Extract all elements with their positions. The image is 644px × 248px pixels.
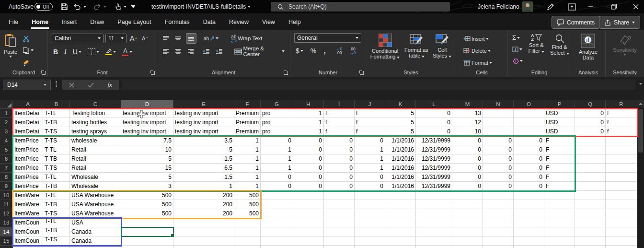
cell-I8[interactable]: 0 (324, 173, 355, 182)
cell-C4[interactable]: wholesale (70, 136, 121, 145)
cell-H7[interactable]: 0 (293, 164, 324, 173)
cell-D14[interactable] (121, 227, 173, 236)
cell-E2[interactable]: testing inv import (173, 118, 234, 127)
wrap-text-button[interactable]: ab Wrap Text (230, 33, 264, 44)
cell-E15[interactable] (173, 236, 234, 246)
cell-F16[interactable] (234, 246, 261, 248)
cell-O8[interactable]: 0 (514, 173, 544, 182)
cell-A3[interactable]: ItemDetai (13, 127, 43, 136)
cell-P9[interactable]: F (544, 182, 575, 191)
cell-B14[interactable]: T-TB (43, 227, 70, 236)
cell-E8[interactable]: 1.5 (173, 173, 234, 182)
cell-G11[interactable] (261, 200, 293, 209)
number-dialog-launcher[interactable] (359, 71, 364, 75)
cell-B2[interactable]: T-TB (43, 118, 70, 127)
cell-P6[interactable]: F (544, 154, 575, 164)
cell-B1[interactable]: T-TL (43, 109, 70, 118)
cell-D9[interactable]: 3 (121, 182, 173, 191)
cell-Q13[interactable] (575, 218, 606, 227)
cell-O6[interactable]: 0 (514, 154, 544, 164)
row-header-3[interactable]: 3 (0, 127, 13, 136)
cell-I5[interactable]: 0 (324, 145, 355, 154)
cell-C2[interactable]: testing bottles (70, 118, 121, 127)
cell-Q4[interactable] (575, 136, 606, 145)
cell-L9[interactable]: 12/31/9999 (416, 182, 452, 191)
percent-style-button[interactable]: % (309, 46, 318, 56)
cell-K4[interactable]: 1/1/2016 (385, 136, 416, 145)
cell-O9[interactable]: 0 (514, 182, 544, 191)
document-title[interactable]: testinvimport-INVDETAILS-fullDetails (151, 0, 251, 13)
cell-F1[interactable]: Premium (234, 109, 261, 118)
cell-R4[interactable] (606, 136, 637, 145)
cell-F5[interactable]: 1 (234, 145, 261, 154)
cell-K5[interactable]: 1/1/2016 (385, 145, 416, 154)
cell-B10[interactable]: T-TL (43, 191, 70, 200)
cell-N2[interactable] (483, 118, 514, 127)
cell-M16[interactable] (452, 246, 483, 248)
row-header-8[interactable]: 8 (0, 173, 13, 182)
column-header-E[interactable]: E (173, 100, 234, 109)
align-top-button[interactable] (161, 33, 171, 44)
cell-D16[interactable] (121, 246, 173, 248)
row-header-9[interactable]: 9 (0, 182, 13, 191)
column-header-O[interactable]: O (514, 100, 544, 109)
format-cells-button[interactable]: Format (462, 58, 507, 68)
cell-E7[interactable]: 6.5 (173, 164, 234, 173)
cell-Q10[interactable] (575, 191, 606, 200)
cell-R6[interactable] (606, 154, 637, 164)
cell-C13[interactable]: USA (70, 218, 121, 227)
cell-O1[interactable] (514, 109, 544, 118)
formula-input[interactable] (122, 80, 635, 90)
cell-N16[interactable] (483, 246, 514, 248)
clipboard-dialog-launcher[interactable] (41, 71, 46, 75)
cell-N3[interactable] (483, 127, 514, 136)
cell-K9[interactable]: 1/1/2016 (385, 182, 416, 191)
cell-L7[interactable]: 12/31/9999 (416, 164, 452, 173)
cell-A4[interactable]: ItemPrice (13, 136, 43, 145)
cell-C6[interactable]: Retail (70, 154, 121, 164)
fill-color-button[interactable] (104, 47, 117, 57)
tab-data[interactable]: Data (196, 13, 222, 30)
cell-N11[interactable] (483, 200, 514, 209)
ink-pen-button[interactable] (546, 0, 554, 13)
column-header-P[interactable]: P (544, 100, 575, 109)
tab-insert[interactable]: Insert (55, 13, 83, 30)
sort-filter-button[interactable]: AZ Sort & Filter (525, 32, 548, 68)
cell-E11[interactable]: 200 (173, 200, 234, 209)
cell-D12[interactable]: 500 (121, 209, 173, 218)
cell-H6[interactable]: 0 (293, 154, 324, 164)
touch-mode-button[interactable] (114, 0, 126, 13)
cell-I16[interactable] (324, 246, 355, 248)
row-header-10[interactable]: 10 (0, 191, 13, 200)
vertical-scrollbar[interactable] (637, 100, 644, 248)
cell-C8[interactable]: Wholesale (70, 173, 121, 182)
cell-N4[interactable]: 0 (483, 136, 514, 145)
cell-O13[interactable] (514, 218, 544, 227)
grow-font-button[interactable]: A^ (128, 33, 138, 44)
cell-G16[interactable] (261, 246, 293, 248)
cell-M11[interactable] (452, 200, 483, 209)
cell-L11[interactable] (416, 200, 452, 209)
cell-C12[interactable]: USA Warehouse (70, 209, 121, 218)
align-bottom-button[interactable] (186, 33, 196, 44)
cell-G9[interactable]: 0 (261, 182, 293, 191)
increase-decimal-button[interactable]: ←0.00 (334, 46, 344, 56)
cell-J12[interactable] (355, 209, 385, 218)
number-format-select[interactable]: General (294, 33, 361, 43)
cell-J4[interactable]: 0 (355, 136, 385, 145)
cell-L10[interactable] (416, 191, 452, 200)
cell-R11[interactable] (606, 200, 637, 209)
cell-J14[interactable] (355, 227, 385, 236)
cell-R5[interactable] (606, 145, 637, 154)
tab-page-layout[interactable]: Page Layout (111, 13, 158, 30)
cell-N14[interactable] (483, 227, 514, 236)
cell-G5[interactable]: 1 (261, 145, 293, 154)
cell-Q9[interactable] (575, 182, 606, 191)
cell-A7[interactable]: ItemPrice (13, 164, 43, 173)
cell-G4[interactable]: 0 (261, 136, 293, 145)
orientation-button[interactable]: ab (202, 33, 220, 44)
column-header-B[interactable]: B (43, 100, 70, 109)
tab-view[interactable]: View (255, 13, 282, 30)
scrollbar-thumb[interactable] (638, 109, 643, 153)
cell-R16[interactable] (606, 246, 637, 248)
